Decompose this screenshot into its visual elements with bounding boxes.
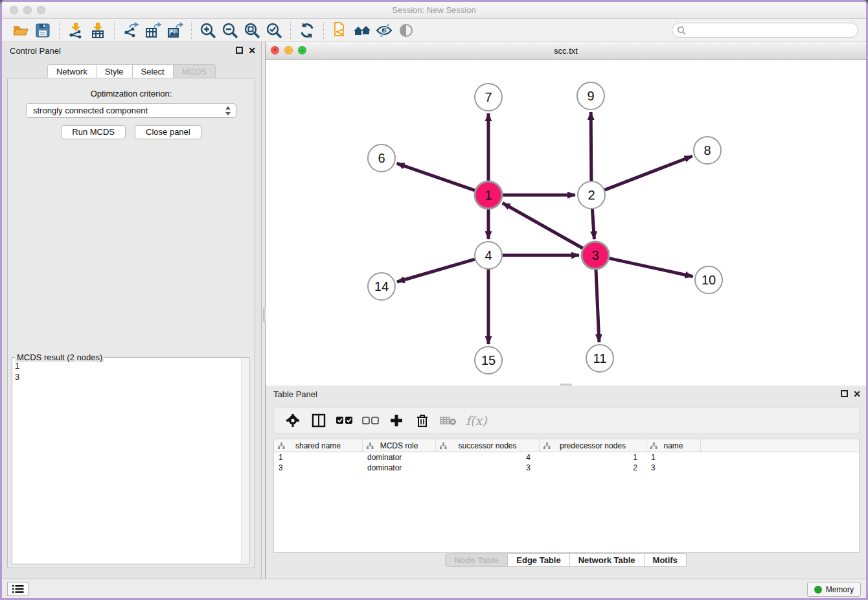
node-label: 11 <box>593 351 607 365</box>
tab-mcds[interactable]: MCDS <box>174 64 216 79</box>
control-panel-title: Control Panel <box>2 42 261 60</box>
node-table[interactable]: shared nameMCDS rolesuccessor nodesprede… <box>273 439 860 553</box>
network-canvas[interactable]: 7968124314101511 <box>266 60 866 386</box>
save-session-icon[interactable] <box>32 21 54 40</box>
float-table-panel-icon[interactable] <box>841 390 848 397</box>
node-label: 14 <box>374 279 389 294</box>
zoom-fit-icon[interactable] <box>241 21 263 40</box>
table-row[interactable]: 3dominator323 <box>274 463 859 473</box>
mcds-result-line: 3 <box>15 371 240 382</box>
network-window-titlebar[interactable]: ✕ − ＋ scc.txt <box>266 42 866 60</box>
criterion-select[interactable]: strongly connected component <box>26 103 236 118</box>
table-cell[interactable]: 1 <box>274 452 363 463</box>
delete-table-icon <box>440 412 457 429</box>
show-hidden-icon[interactable] <box>395 21 417 40</box>
column-header-MCDS-role[interactable]: MCDS role <box>363 439 436 452</box>
table-tab-motifs[interactable]: Motifs <box>645 553 687 567</box>
table-cell[interactable]: 4 <box>436 452 540 463</box>
task-history-button[interactable] <box>7 582 29 596</box>
mcds-result-list[interactable]: 13 <box>15 359 240 562</box>
edge-2-8[interactable] <box>605 156 692 190</box>
function-builder-icon: f(x) <box>466 413 487 428</box>
first-neighbors-icon[interactable] <box>351 21 373 40</box>
export-image-icon[interactable] <box>164 21 186 40</box>
node-label: 1 <box>485 188 492 202</box>
mcds-result-scrollbar[interactable] <box>241 358 248 563</box>
edge-2-9[interactable] <box>591 112 591 181</box>
table-row[interactable]: 1dominator411 <box>274 452 859 463</box>
import-table-icon[interactable] <box>87 21 109 40</box>
table-cell[interactable]: 2 <box>540 463 646 473</box>
toolbar-separator <box>59 22 60 39</box>
table-body: 1dominator4113dominator323 <box>274 452 859 473</box>
deselect-all-columns-icon[interactable] <box>362 412 379 429</box>
hide-selected-icon[interactable] <box>373 21 395 40</box>
table-tab-edge-table[interactable]: Edge Table <box>508 553 569 567</box>
toolbar-separator <box>191 22 192 39</box>
column-sort-icon <box>278 443 285 449</box>
edge-3-11[interactable] <box>596 270 599 342</box>
zoom-out-icon[interactable] <box>219 21 241 40</box>
float-panel-icon[interactable] <box>236 47 243 54</box>
close-panel-icon[interactable]: ✕ <box>248 47 256 54</box>
column-header-name[interactable]: name <box>646 439 701 452</box>
mcds-result-box: MCDS result (2 nodes) 13 <box>12 357 249 564</box>
search-field[interactable] <box>672 23 858 38</box>
edge-3-1[interactable] <box>503 203 583 248</box>
edge-2-3[interactable] <box>592 209 594 239</box>
table-tab-node-table[interactable]: Node Table <box>445 553 508 567</box>
table-toolbar: f(x) <box>273 408 860 433</box>
network-window-title: scc.txt <box>266 42 866 59</box>
edge-1-6[interactable] <box>397 163 475 190</box>
node-label: 8 <box>703 143 711 157</box>
table-panel-title: Table Panel <box>266 386 866 404</box>
run-mcds-button[interactable]: Run MCDS <box>61 125 126 139</box>
edge-3-10[interactable] <box>609 259 692 277</box>
table-cell[interactable]: 1 <box>646 452 701 463</box>
main-toolbar <box>2 19 866 42</box>
open-session-icon[interactable] <box>10 21 32 40</box>
export-table-icon[interactable] <box>142 21 164 40</box>
memory-button[interactable]: Memory <box>807 582 861 597</box>
zoom-selected-icon[interactable] <box>263 21 285 40</box>
optimization-criterion-label: Optimization criterion: <box>8 89 255 98</box>
column-header-shared-name[interactable]: shared name <box>274 439 363 452</box>
close-table-panel-icon[interactable]: ✕ <box>853 390 861 398</box>
column-header-label: shared name <box>295 441 341 450</box>
column-sort-icon <box>440 443 447 449</box>
network-view-window: ✕ − ＋ scc.txt 7968124314101511 <box>265 42 866 386</box>
close-panel-button[interactable]: Close panel <box>135 125 201 139</box>
export-network-icon[interactable] <box>120 21 142 40</box>
edge-4-14[interactable] <box>397 259 475 282</box>
refresh-layout-icon[interactable] <box>296 21 318 40</box>
task-list-icon <box>12 584 24 594</box>
main-titlebar: Session: New Session <box>2 2 866 19</box>
table-cell[interactable]: 3 <box>274 463 363 473</box>
column-header-successor-nodes[interactable]: successor nodes <box>436 439 540 452</box>
select-all-columns-icon[interactable] <box>336 412 353 429</box>
node-label: 15 <box>481 353 496 367</box>
show-column-panel-icon[interactable] <box>310 412 327 429</box>
table-cell[interactable]: 1 <box>540 452 646 463</box>
add-column-icon[interactable] <box>388 412 405 429</box>
column-sort-icon <box>650 443 657 449</box>
table-tab-network-table[interactable]: Network Table <box>570 553 645 567</box>
tab-style[interactable]: Style <box>97 64 133 79</box>
table-cell[interactable]: dominator <box>363 452 436 463</box>
tab-select[interactable]: Select <box>133 64 174 79</box>
table-cell[interactable]: 3 <box>436 463 540 473</box>
window-title: Session: New Session <box>2 2 866 19</box>
search-input[interactable] <box>686 26 858 35</box>
table-cell[interactable]: 3 <box>646 463 701 473</box>
clone-network-icon[interactable] <box>329 21 351 40</box>
column-header-label: MCDS role <box>380 441 418 450</box>
application-window: Session: New Session <box>0 0 868 600</box>
table-settings-icon[interactable] <box>284 412 301 429</box>
tab-network[interactable]: Network <box>47 64 97 79</box>
import-network-icon[interactable] <box>65 21 87 40</box>
zoom-in-icon[interactable] <box>197 21 219 40</box>
table-cell[interactable]: dominator <box>363 463 436 473</box>
delete-columns-icon[interactable] <box>414 412 431 429</box>
node-label: 2 <box>588 188 595 202</box>
column-header-predecessor-nodes[interactable]: predecessor nodes <box>540 439 646 452</box>
